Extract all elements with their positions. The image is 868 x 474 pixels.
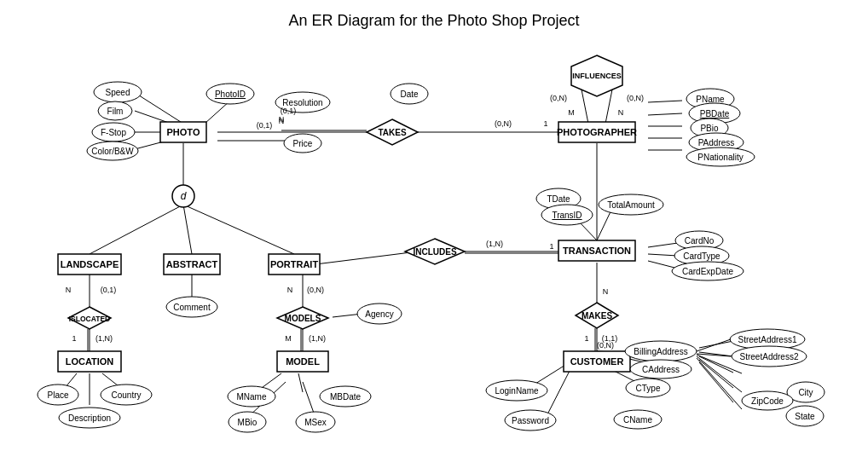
attr-cname-label: CName (623, 415, 652, 425)
card-models-n: N (287, 286, 293, 294)
attr-password-label: Password (512, 416, 549, 425)
attr-caddress-label: CAddress (642, 365, 680, 374)
entity-transaction-label: TRANSACTION (563, 246, 631, 256)
attr-photoid-label: PhotoID (215, 90, 246, 99)
attr-country-label: Country (111, 390, 141, 400)
attr-pbio-label: PBio (700, 124, 719, 133)
attr-transid-label: TransID (552, 211, 582, 220)
attr-cardno-label: CardNo (685, 236, 715, 246)
card-isloc-01: (0,1) (101, 286, 117, 294)
entity-photographer-label: PHOTOGRAPHER (557, 127, 637, 137)
rel-makes-label: MAKES (582, 311, 612, 321)
svg-line-22 (648, 254, 678, 256)
attr-date-label: Date (400, 90, 419, 99)
svg-line-30 (315, 251, 418, 264)
attr-mname-label: MName (236, 392, 266, 402)
card-isloc-1n: (1,N) (95, 334, 113, 343)
er-diagram: An ER Diagram for the Photo Shop Project (0, 0, 868, 474)
rel-influences-label: INFLUENCES (572, 72, 622, 80)
svg-line-60 (697, 339, 731, 351)
rel-islocated-label: ISLOCATED (69, 315, 110, 323)
card-makes-n: N (603, 287, 609, 296)
attr-state-label: State (795, 412, 815, 421)
entity-landscape-label: LANDSCAPE (61, 259, 119, 269)
entity-location-label: LOCATION (66, 356, 114, 367)
card-isloc-1: 1 (72, 334, 76, 343)
attr-description-label: Description (68, 413, 111, 423)
attr-zipcode-label: ZipCode (751, 396, 784, 406)
svg-line-62 (697, 356, 742, 392)
card-inf-0n-r: (0,N) (627, 94, 644, 102)
card-inf-0n-l: (0,N) (550, 94, 567, 102)
svg-line-50 (546, 371, 570, 418)
card-includes-1: 1 (549, 242, 553, 251)
card-res-n: N (279, 117, 285, 125)
svg-line-29 (183, 205, 294, 254)
card-takes-photo-n: (0,N) (495, 119, 512, 128)
svg-line-27 (90, 205, 183, 254)
attr-agency-label: Agency (365, 309, 393, 319)
attr-fstop-label: F-Stop (101, 128, 126, 137)
attr-totalamount-label: TotalAmount (607, 200, 655, 210)
entity-customer-label: CUSTOMER (570, 356, 624, 367)
attr-price-label: Price (293, 139, 313, 148)
rel-takes-label: TAKES (378, 128, 406, 137)
entity-portrait-label: PORTRAIT (270, 259, 319, 269)
card-takes-photo-1: 1 (543, 119, 547, 128)
card-inf-n: N (618, 108, 624, 117)
attr-place-label: Place (47, 390, 68, 400)
attr-billingaddress-label: BillingAddress (634, 347, 687, 356)
attr-pname-label: PName (696, 95, 725, 104)
attr-pnationality-label: PNationality (697, 153, 743, 162)
svg-line-21 (648, 243, 678, 247)
card-includes-1n: (1,N) (486, 240, 503, 248)
card-models-1n: (1,N) (309, 334, 326, 343)
attr-loginname-label: LoginName (495, 386, 539, 396)
attr-streetaddr2-label: StreetAddress2 (740, 352, 799, 361)
attr-cardexpdate-label: CardExpDate (682, 267, 733, 276)
card-models-0n: (0,N) (307, 286, 324, 294)
attr-cardtype-label: CardType (683, 251, 720, 261)
attr-city-label: City (798, 388, 813, 397)
card-photo-takes-1: (0,1) (257, 121, 273, 130)
attr-film-label: Film (107, 107, 124, 116)
attr-mbdate-label: MBDate (330, 392, 362, 402)
attr-pbdate-label: PBDate (700, 109, 730, 118)
attr-ctype-label: CType (636, 384, 661, 393)
entity-abstract-label: ABSTRACT (166, 259, 218, 269)
card-makes-1: 1 (584, 334, 588, 343)
attr-color-label: Color/B&W (91, 147, 134, 156)
rel-includes-label: INCLUDES (413, 247, 456, 257)
entity-photo-label: PHOTO (167, 127, 200, 137)
svg-line-37 (298, 373, 303, 392)
card-models-m: M (285, 334, 292, 343)
svg-line-9 (648, 101, 682, 102)
disjoint-label: d (181, 190, 187, 202)
attr-speed-label: Speed (106, 88, 130, 97)
card-makes-0n: (0,N) (597, 341, 614, 350)
svg-line-59 (699, 362, 733, 402)
card-inf-m: M (568, 108, 575, 117)
card-isloc-n: N (66, 286, 72, 294)
attr-paddress-label: PAddress (698, 138, 735, 147)
svg-line-23 (648, 261, 678, 269)
attr-comment-label: Comment (173, 303, 211, 312)
entity-model-label: MODEL (286, 356, 320, 367)
card-res-01: (0,1) (281, 107, 297, 115)
attr-mbio-label: MBio (238, 418, 258, 427)
attr-tdate-label: TDate (547, 194, 570, 204)
svg-line-10 (648, 113, 682, 115)
attr-streetaddr1-label: StreetAddress1 (738, 335, 797, 344)
rel-models-label: MODELS (285, 314, 321, 323)
svg-line-28 (183, 205, 192, 254)
svg-line-0 (136, 94, 183, 124)
diagram-title: An ER Diagram for the Photo Shop Project (288, 12, 579, 29)
attr-msex-label: MSex (304, 418, 327, 427)
